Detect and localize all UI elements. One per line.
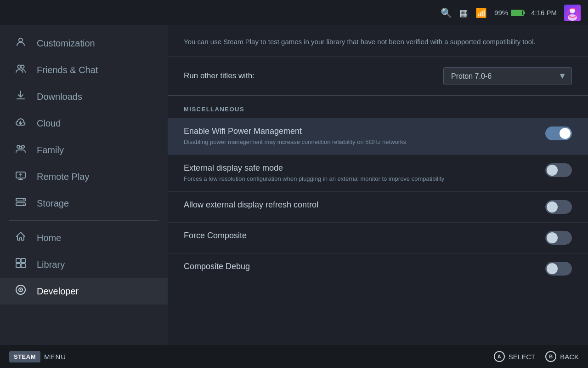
friends-icon xyxy=(14,63,28,77)
composite-debug-toggle[interactable] xyxy=(545,262,572,276)
setting-row-wifi-power: Enable Wifi Power Management Disabling p… xyxy=(168,118,588,155)
content-area: You can use Steam Play to test games in … xyxy=(168,25,588,345)
ext-display-name: External display safe mode xyxy=(184,163,536,173)
steam-menu-btn: STEAM MENU xyxy=(9,351,66,362)
wifi-power-text: Enable Wifi Power Management Disabling p… xyxy=(184,126,545,146)
sidebar-item-customization[interactable]: Customization xyxy=(0,30,168,57)
svg-point-4 xyxy=(19,38,23,42)
a-button[interactable]: A xyxy=(494,351,505,362)
back-label: BACK xyxy=(560,353,579,361)
compat-info: You can use Steam Play to test games in … xyxy=(168,25,588,57)
wifi-power-toggle[interactable] xyxy=(545,126,572,140)
composite-debug-text: Composite Debug xyxy=(184,262,545,273)
main-layout: Customization Friends & Chat Downloa xyxy=(0,25,588,345)
force-composite-toggle[interactable] xyxy=(545,231,572,245)
misc-label: MISCELLANEOUS xyxy=(184,106,244,113)
cloud-icon xyxy=(14,116,28,130)
force-composite-text: Force Composite xyxy=(184,231,545,242)
battery-pct: 99% xyxy=(494,9,508,17)
top-bar: 🔍 ▦ 📶 99% 4:16 PM xyxy=(0,0,588,25)
svg-point-21 xyxy=(20,289,22,291)
clock: 4:16 PM xyxy=(531,9,557,17)
developer-icon xyxy=(14,284,28,298)
search-icon[interactable]: 🔍 xyxy=(441,7,452,18)
ext-refresh-toggle[interactable] xyxy=(545,200,572,214)
sidebar-label-cloud: Cloud xyxy=(37,118,61,129)
composite-debug-name: Composite Debug xyxy=(184,262,536,271)
svg-point-6 xyxy=(21,65,24,69)
home-icon xyxy=(14,231,28,245)
setting-row-ext-display: External display safe mode Forces a low … xyxy=(168,155,588,192)
battery-icon xyxy=(511,10,524,16)
setting-row-ext-refresh: Allow external display refresh control xyxy=(168,192,588,223)
proton-dropdown[interactable]: Proton 7.0-6 Proton 6.3-8 Proton Experim… xyxy=(443,67,572,85)
b-button[interactable]: B xyxy=(545,351,556,362)
sidebar-label-downloads: Downloads xyxy=(37,92,82,102)
section-misc-header: MISCELLANEOUS xyxy=(168,96,588,118)
menu-icon[interactable]: ▦ xyxy=(459,7,468,18)
bottom-actions: A SELECT B BACK xyxy=(494,351,579,362)
family-icon xyxy=(14,143,28,157)
ext-display-desc: Forces a low resolution configuration wh… xyxy=(184,175,536,183)
ext-display-text: External display safe mode Forces a low … xyxy=(184,163,545,183)
sidebar-label-remote-play: Remote Play xyxy=(37,172,90,182)
ext-refresh-name: Allow external display refresh control xyxy=(184,200,536,210)
sidebar-item-library[interactable]: Library xyxy=(0,251,168,278)
compat-text: You can use Steam Play to test games in … xyxy=(184,38,536,46)
sidebar-divider xyxy=(9,220,158,221)
force-composite-name: Force Composite xyxy=(184,231,536,241)
sidebar-label-developer: Developer xyxy=(37,286,79,297)
sidebar-item-friends-chat[interactable]: Friends & Chat xyxy=(0,57,168,83)
svg-rect-15 xyxy=(16,259,20,263)
sidebar-item-developer[interactable]: Developer xyxy=(0,278,168,305)
sidebar-item-home[interactable]: Home xyxy=(0,224,168,251)
svg-point-5 xyxy=(18,65,21,69)
sidebar-label-home: Home xyxy=(37,233,61,243)
ext-display-toggle[interactable] xyxy=(545,163,572,177)
wifi-power-desc: Disabling power management may increase … xyxy=(184,138,536,146)
sidebar-item-family[interactable]: Family xyxy=(0,137,168,163)
battery-display: 99% xyxy=(494,9,524,17)
steam-button[interactable]: STEAM xyxy=(9,351,40,362)
cast-icon[interactable]: 📶 xyxy=(475,7,487,18)
sidebar-label-library: Library xyxy=(37,259,65,270)
sidebar-label-friends: Friends & Chat xyxy=(37,65,98,75)
wifi-power-name: Enable Wifi Power Management xyxy=(184,126,536,136)
sidebar-item-downloads[interactable]: Downloads xyxy=(0,83,168,110)
avatar[interactable] xyxy=(564,5,581,21)
storage-icon xyxy=(14,196,28,210)
svg-point-13 xyxy=(23,199,24,200)
run-other-label: Run other titles with: xyxy=(184,71,254,80)
bottom-bar: STEAM MENU A SELECT B BACK xyxy=(0,345,588,368)
sidebar-item-storage[interactable]: Storage xyxy=(0,190,168,217)
setting-row-force-composite: Force Composite xyxy=(168,223,588,253)
setting-row-composite-debug: Composite Debug xyxy=(168,253,588,284)
back-action: B BACK xyxy=(545,351,579,362)
customization-icon xyxy=(14,36,28,50)
sidebar-item-remote-play[interactable]: Remote Play xyxy=(0,163,168,190)
sidebar-label-storage: Storage xyxy=(37,198,69,209)
menu-label: MENU xyxy=(44,353,66,361)
svg-point-9 xyxy=(20,147,22,149)
library-icon xyxy=(14,258,28,271)
svg-rect-18 xyxy=(21,264,25,268)
select-label: SELECT xyxy=(509,353,535,361)
svg-rect-16 xyxy=(21,259,25,263)
proton-dropdown-wrapper: Proton 7.0-6 Proton 6.3-8 Proton Experim… xyxy=(443,67,572,85)
sidebar-label-family: Family xyxy=(37,145,64,155)
sidebar-label-customization: Customization xyxy=(37,38,95,49)
remote-play-icon xyxy=(14,170,28,184)
ext-refresh-text: Allow external display refresh control xyxy=(184,200,545,212)
svg-rect-17 xyxy=(16,264,20,268)
svg-point-14 xyxy=(23,204,24,205)
downloads-icon xyxy=(14,90,28,104)
sidebar: Customization Friends & Chat Downloa xyxy=(0,25,168,345)
sidebar-item-cloud[interactable]: Cloud xyxy=(0,110,168,137)
select-action: A SELECT xyxy=(494,351,535,362)
run-other-row: Run other titles with: Proton 7.0-6 Prot… xyxy=(168,57,588,96)
